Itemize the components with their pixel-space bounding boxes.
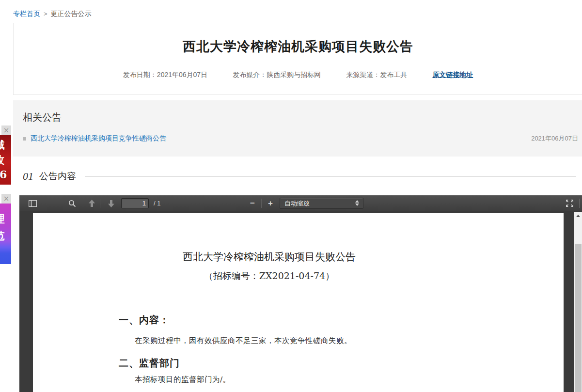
publish-media: 发布媒介：陕西采购与招标网 — [233, 71, 321, 79]
sidebar-toggle-button[interactable] — [26, 195, 39, 211]
document-paragraph-2: 本招标项目的监督部门为/。 — [135, 375, 231, 385]
article-meta-row: 发布日期：2021年06月07日 发布媒介：陕西采购与招标网 来源渠道：发布工具… — [14, 71, 582, 79]
page-number-input[interactable] — [121, 198, 149, 208]
page-title: 西北大学冷榨榨油机采购项目失败公告 — [14, 38, 582, 55]
square-bullet-icon — [23, 137, 26, 141]
sidebar-toggle-icon — [29, 200, 37, 207]
select-arrows-icon — [355, 200, 359, 206]
scroll-up-icon — [576, 215, 580, 217]
document-heading-2: 二、监督部门 — [119, 357, 180, 370]
search-icon — [68, 200, 76, 207]
arrow-up-icon — [88, 200, 95, 207]
ad-char: 理 — [0, 210, 5, 227]
zoom-out-button[interactable]: − — [246, 195, 259, 211]
presentation-mode-button[interactable] — [563, 195, 576, 211]
scrollbar-thumb[interactable] — [575, 244, 582, 392]
document-subtitle: （招标编号：ZX2021-04-74） — [33, 270, 564, 282]
ad-banner-purple[interactable]: 理 范 — [0, 204, 11, 264]
document-heading-1: 一、内容： — [119, 314, 170, 327]
publish-date: 发布日期：2021年06月07日 — [123, 71, 207, 79]
related-heading: 相关公告 — [23, 111, 62, 124]
breadcrumb-home-link[interactable]: 专栏首页 — [13, 10, 40, 17]
toolbar-separator — [261, 199, 262, 208]
scrollbar-up-button[interactable] — [574, 212, 582, 220]
pdf-page: 西北大学冷榨榨油机采购项目失败公告 （招标编号：ZX2021-04-74） 一、… — [33, 213, 564, 392]
content-section-header: 01 公告内容 — [23, 170, 576, 183]
ad-number: 26 — [0, 167, 7, 182]
toolbar-separator — [100, 199, 100, 208]
toolbar-separator — [580, 199, 580, 208]
breadcrumb-separator: > — [44, 10, 47, 17]
ad-banner-red[interactable]: 域 改 26 — [0, 135, 11, 185]
breadcrumb-current: 更正公告公示 — [51, 10, 92, 17]
pdf-toolbar: / 1 − + 自动缩放 — [19, 195, 582, 211]
breadcrumb: 专栏首页>更正公告公示 — [13, 10, 92, 18]
pdf-scrollbar[interactable] — [574, 212, 582, 392]
section-number: 01 — [23, 170, 33, 183]
pdf-viewer: / 1 − + 自动缩放 — [19, 195, 582, 392]
ad-close-button[interactable]: × — [1, 125, 11, 135]
fullscreen-icon — [566, 199, 574, 207]
pdf-viewer-canvas-area: 西北大学冷榨榨油机采购项目失败公告 （招标编号：ZX2021-04-74） 一、… — [19, 212, 574, 392]
related-list-item: 西北大学冷榨榨油机采购项目竞争性磋商公告 2021年06月07日 — [23, 134, 578, 143]
next-page-button[interactable] — [105, 195, 117, 211]
zoom-scale-select[interactable]: 自动缩放 — [280, 198, 363, 209]
arrow-down-icon — [108, 200, 115, 207]
minus-icon: − — [250, 199, 255, 208]
source-channel: 来源渠道：发布工具 — [346, 71, 407, 79]
search-button[interactable] — [66, 195, 79, 211]
article-header-panel: 西北大学冷榨榨油机采购项目失败公告 发布日期：2021年06月07日 发布媒介：… — [13, 23, 582, 95]
plus-icon: + — [268, 199, 273, 208]
ad-close-button[interactable]: × — [1, 194, 11, 204]
ad-char: 范 — [0, 227, 5, 244]
document-title: 西北大学冷榨榨油机采购项目失败公告 — [33, 250, 564, 264]
zoom-scale-value: 自动缩放 — [284, 199, 310, 208]
section-title: 公告内容 — [39, 170, 76, 183]
page-count-label: / 1 — [154, 200, 160, 207]
related-announcement-date: 2021年06月07日 — [531, 134, 578, 143]
ad-char: 改 — [0, 152, 5, 167]
previous-page-button[interactable] — [85, 195, 98, 211]
ad-char: 域 — [0, 137, 5, 152]
original-link[interactable]: 原文链接地址 — [432, 71, 473, 79]
section-divider — [85, 176, 576, 177]
zoom-in-button[interactable]: + — [264, 195, 277, 211]
document-paragraph-1: 在采购过程中，因有效供应商不足三家，本次竞争性磋商失败。 — [135, 336, 352, 346]
related-announcements-panel: 相关公告 西北大学冷榨榨油机采购项目竞争性磋商公告 2021年06月07日 — [13, 100, 582, 157]
related-announcement-link[interactable]: 西北大学冷榨榨油机采购项目竞争性磋商公告 — [31, 134, 166, 143]
